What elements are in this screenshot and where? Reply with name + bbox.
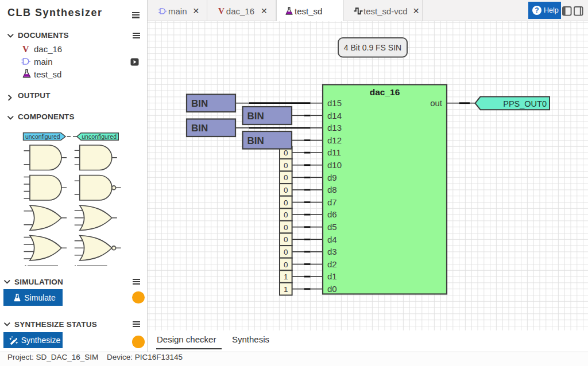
svg-text:d5: d5 — [327, 222, 337, 232]
svg-text:1: 1 — [284, 285, 288, 294]
svg-text:0: 0 — [284, 186, 288, 194]
svg-text:d4: d4 — [327, 235, 337, 244]
svg-text:d2: d2 — [327, 259, 337, 269]
svg-text:d15: d15 — [327, 98, 342, 108]
svg-text:0: 0 — [284, 235, 288, 244]
svg-text:d13: d13 — [327, 123, 342, 133]
svg-text:d0: d0 — [327, 284, 337, 294]
svg-text:1: 1 — [284, 272, 288, 281]
svg-text:d9: d9 — [327, 173, 337, 182]
svg-text:0: 0 — [284, 161, 288, 170]
svg-text:0: 0 — [284, 211, 288, 219]
svg-text:BIN: BIN — [247, 135, 264, 146]
svg-text:0: 0 — [284, 198, 288, 207]
svg-text:BIN: BIN — [191, 98, 208, 109]
svg-text:d8: d8 — [327, 185, 337, 194]
svg-text:out: out — [430, 98, 443, 108]
svg-text:BIN: BIN — [191, 123, 208, 134]
svg-text:4 Bit 0.9 FS SIN: 4 Bit 0.9 FS SIN — [344, 43, 401, 52]
svg-text:unconfigured: unconfigured — [25, 133, 60, 140]
svg-text:0: 0 — [284, 260, 288, 269]
svg-text:BIN: BIN — [247, 111, 264, 122]
svg-text:PPS_OUT0: PPS_OUT0 — [503, 99, 547, 108]
svg-text:d7: d7 — [327, 197, 337, 207]
svg-text:d12: d12 — [327, 135, 342, 145]
svg-text:0: 0 — [284, 223, 288, 232]
svg-text:0: 0 — [284, 248, 288, 256]
svg-text:d14: d14 — [327, 111, 342, 120]
svg-text:unconfigured: unconfigured — [82, 133, 117, 140]
svg-text:d10: d10 — [327, 160, 342, 170]
svg-text:0: 0 — [284, 149, 288, 157]
svg-text:0: 0 — [284, 173, 288, 182]
svg-text:d11: d11 — [327, 147, 341, 157]
svg-text:d1: d1 — [327, 271, 337, 281]
svg-text:dac_16: dac_16 — [370, 87, 400, 97]
svg-text:d3: d3 — [327, 247, 337, 256]
svg-text:d6: d6 — [327, 209, 337, 219]
